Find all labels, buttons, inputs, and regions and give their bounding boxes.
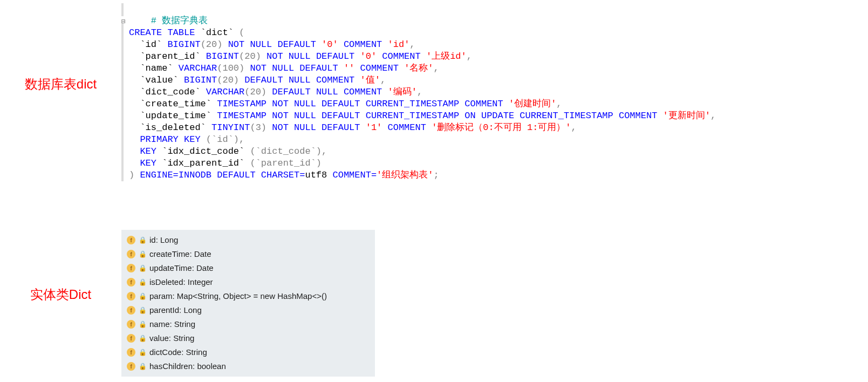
entity-field: f🔒parentId: Long [127,303,370,317]
entity-label: 实体类Dict [0,284,121,303]
entity-field-text: createTime: Date [149,247,211,261]
entity-field-text: id: Long [149,233,178,247]
entity-field: f🔒createTime: Date [127,247,370,261]
lock-icon: 🔒 [139,359,146,373]
entity-field-text: hasChildren: boolean [149,359,226,373]
entity-field: f🔒updateTime: Date [127,261,370,275]
db-table-section: 数据库表dict ⊟# 数据字典表 CREATE TABLE `dict` ( … [0,0,868,181]
field-icon: f [127,264,135,272]
field-icon: f [127,292,135,301]
db-table-label: 数据库表dict [0,73,121,93]
sql-comment: # 数据字典表 [151,16,208,26]
entity-section: 实体类Dict f🔒id: Long f🔒createTime: Date f🔒… [0,230,868,377]
field-icon: f [127,348,135,357]
entity-field-list: f🔒id: Long f🔒createTime: Date f🔒updateTi… [121,230,375,377]
sql-code-block: ⊟# 数据字典表 CREATE TABLE `dict` ( `id` BIGI… [121,3,716,181]
field-icon: f [127,334,135,343]
entity-field: f🔒isDeleted: Integer [127,275,370,289]
lock-icon: 🔒 [139,331,146,345]
entity-field: f🔒hasChildren: boolean [127,359,370,373]
lock-icon: 🔒 [139,303,146,317]
entity-field: f🔒id: Long [127,233,370,247]
field-icon: f [127,306,135,315]
entity-field: f🔒value: String [127,331,370,345]
entity-field: f🔒dictCode: String [127,345,370,359]
field-icon: f [127,362,135,371]
lock-icon: 🔒 [139,345,146,359]
entity-field-text: updateTime: Date [149,261,214,275]
entity-field: f🔒name: String [127,317,370,331]
field-icon: f [127,250,135,258]
lock-icon: 🔒 [139,317,146,331]
lock-icon: 🔒 [139,247,146,261]
entity-field-text: isDeleted: Integer [149,275,213,289]
entity-field-text: name: String [149,317,195,331]
lock-icon: 🔒 [139,275,146,289]
lock-icon: 🔒 [139,289,146,303]
entity-field-text: value: String [149,331,194,345]
lock-icon: 🔒 [139,261,146,275]
field-icon: f [127,320,135,329]
fold-minus-icon[interactable]: ⊟ [121,16,128,23]
lock-icon: 🔒 [139,233,146,247]
entity-field: f🔒param: Map<String, Object> = new HashM… [127,289,370,303]
entity-field-text: dictCode: String [149,345,207,359]
field-icon: f [127,278,135,286]
entity-field-text: param: Map<String, Object> = new HashMap… [149,289,327,303]
field-icon: f [127,236,135,244]
entity-field-text: parentId: Long [149,303,202,317]
